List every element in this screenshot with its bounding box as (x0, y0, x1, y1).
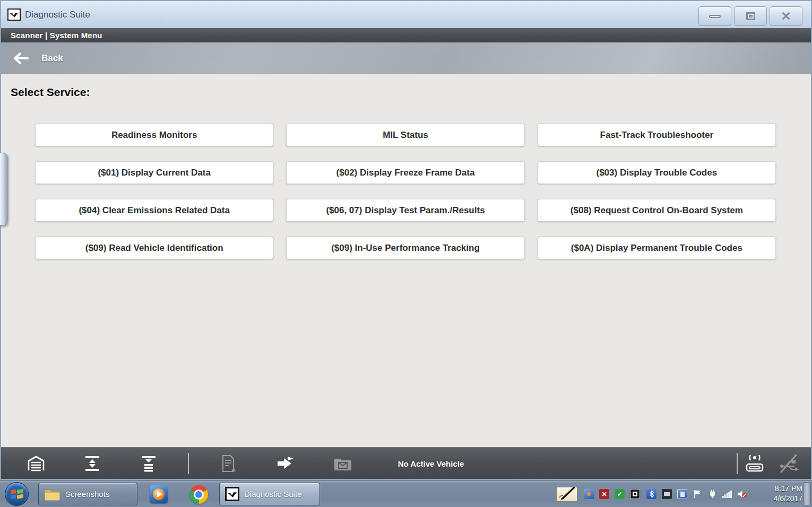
network-signal-icon[interactable] (722, 489, 732, 499)
taskbar-button-chrome[interactable] (188, 484, 209, 504)
service-display-freeze-frame-data[interactable]: ($02) Display Freeze Frame Data (286, 161, 524, 184)
service-read-vehicle-identification[interactable]: ($09) Read Vehicle Identification (35, 237, 273, 259)
clock[interactable]: 8:17 PM 4/6/2017 (754, 484, 802, 504)
bluetooth-icon[interactable] (646, 489, 656, 499)
service-display-permanent-trouble-codes[interactable]: ($0A) Display Permanent Trouble Codes (538, 237, 776, 259)
usb-disconnected-icon (778, 453, 800, 474)
side-drawer-handle[interactable] (0, 153, 7, 226)
display-icon[interactable] (662, 489, 672, 499)
camera-icon[interactable] (630, 489, 640, 499)
taskbar-label: Diagnostic Suite (244, 489, 301, 499)
maximize-button[interactable] (734, 6, 767, 26)
app-window: Diagnostic Suite ✕ Scanner | System Menu… (0, 0, 812, 480)
taskbar-label: Screenshots (65, 489, 109, 499)
back-label: Back (41, 53, 63, 64)
record-data-button (217, 453, 240, 474)
taskbar-button-diagnostic-suite[interactable]: Diagnostic Suite (219, 483, 320, 505)
service-request-control-onboard-system[interactable]: ($08) Request Control On-Board System (538, 199, 776, 222)
taskbar-button-media-player[interactable] (149, 484, 169, 504)
chrome-icon (189, 485, 208, 504)
diagnostic-suite-icon (225, 487, 239, 501)
toolbar-divider (188, 453, 189, 474)
window-title: Diagnostic Suite (25, 10, 90, 20)
vehicle-status: No Active Vehicle (373, 448, 489, 479)
close-button[interactable]: ✕ (770, 6, 802, 26)
minimize-button[interactable] (698, 6, 731, 26)
page-title: Select Service: (11, 86, 90, 99)
service-display-current-data[interactable]: ($01) Display Current Data (35, 161, 273, 184)
attach-button[interactable] (274, 453, 297, 474)
remote-icon[interactable] (677, 489, 687, 499)
back-arrow-icon (12, 52, 30, 65)
saved-data-folder-icon (333, 456, 352, 471)
title-bar: Diagnostic Suite ✕ (1, 1, 811, 28)
show-desktop-button[interactable] (803, 482, 811, 505)
clock-time: 8:17 PM (754, 484, 802, 494)
usb-connection-button (777, 453, 800, 474)
bottom-toolbar: No Active Vehicle (1, 447, 811, 479)
breadcrumb-bar: Scanner | System Menu (1, 28, 811, 42)
maximize-icon (746, 12, 755, 20)
service-mil-status[interactable]: MIL Status (286, 124, 524, 146)
attach-arrow-icon (276, 455, 295, 472)
home-button[interactable] (24, 453, 48, 474)
service-in-use-performance-tracking[interactable]: ($09) In-Use Performance Tracking (286, 237, 524, 259)
home-icon (27, 455, 46, 472)
green-check-icon[interactable]: ✓ (615, 489, 625, 499)
windows-logo-icon (10, 487, 24, 501)
app-logo-icon (7, 8, 21, 21)
close-icon: ✕ (781, 10, 791, 23)
power-plug-icon[interactable] (707, 489, 718, 499)
service-readiness-monitors[interactable]: Readiness Monitors (35, 124, 273, 146)
collapse-data-button[interactable] (137, 453, 160, 474)
start-button[interactable] (5, 482, 29, 506)
breadcrumb: Scanner | System Menu (11, 31, 102, 40)
volume-muted-icon[interactable] (737, 489, 747, 499)
service-display-test-param-results[interactable]: ($06, 07) Display Test Param./Results (286, 199, 524, 222)
saved-data-button (331, 453, 355, 474)
service-display-trouble-codes[interactable]: ($03) Display Trouble Codes (538, 161, 776, 184)
main-content: Select Service: Readiness Monitors MIL S… (1, 74, 811, 447)
expand-data-button[interactable] (81, 453, 104, 474)
scanner-connection-button[interactable] (743, 453, 766, 474)
back-button[interactable]: Back (1, 52, 63, 65)
nav-bar: Back (1, 42, 811, 74)
action-center-flag-icon[interactable] (693, 489, 703, 499)
record-data-icon (220, 454, 237, 473)
service-fast-track-troubleshooter[interactable]: Fast-Track Troubleshooter (538, 124, 776, 146)
folder-icon (44, 487, 61, 501)
collapse-data-icon (140, 454, 158, 473)
toolbar-divider-right (737, 453, 738, 474)
service-grid: Readiness Monitors MIL Status Fast-Track… (35, 124, 776, 259)
scanner-wireless-icon (744, 453, 765, 474)
taskbar-button-screenshots[interactable]: Screenshots (38, 483, 137, 505)
service-clear-emissions-related-data[interactable]: ($04) Clear Emissions Related Data (35, 199, 273, 222)
taskbar: Screenshots Diagnostic Suite ✕ ✓ (0, 480, 812, 507)
clock-date: 4/6/2017 (754, 494, 802, 504)
media-player-icon (150, 485, 168, 503)
expand-data-icon (83, 454, 101, 473)
minimize-icon (709, 15, 721, 18)
updater-icon[interactable] (584, 489, 594, 499)
flash-icon[interactable]: ✕ (599, 489, 609, 499)
pen-input-icon[interactable] (556, 487, 577, 502)
